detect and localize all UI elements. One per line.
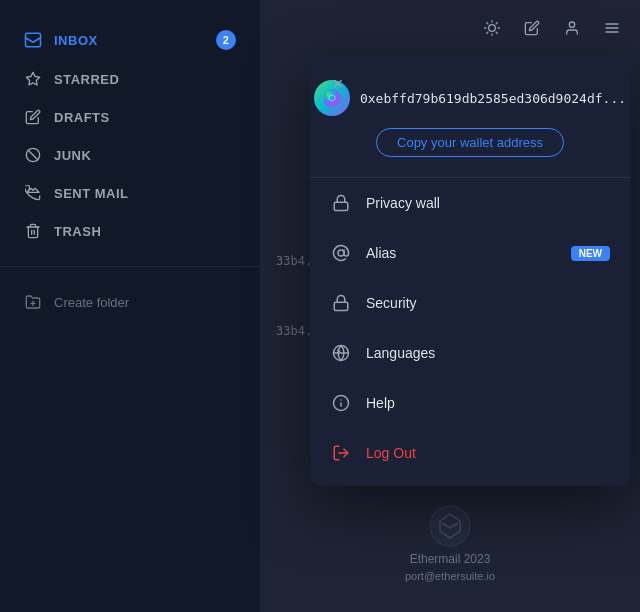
menu-item-alias[interactable]: Alias NEW xyxy=(310,228,630,278)
translate-icon xyxy=(330,342,352,364)
logout-icon xyxy=(330,442,352,464)
menu-item-logout-label: Log Out xyxy=(366,445,416,461)
close-button[interactable]: × xyxy=(326,72,350,96)
menu-item-help-label: Help xyxy=(366,395,395,411)
menu-item-help[interactable]: Help xyxy=(310,378,630,428)
lock-icon-privacy xyxy=(330,192,352,214)
at-icon xyxy=(330,242,352,264)
menu-item-privacy-label: Privacy wall xyxy=(366,195,440,211)
svg-rect-26 xyxy=(334,302,348,310)
svg-rect-24 xyxy=(334,202,348,210)
menu-item-alias-label: Alias xyxy=(366,245,396,261)
menu-item-languages[interactable]: Languages xyxy=(310,328,630,378)
wallet-section: 0xebffd79b619db2585ed306d9024df... Copy … xyxy=(310,72,630,178)
menu-item-languages-label: Languages xyxy=(366,345,435,361)
menu-item-logout[interactable]: Log Out xyxy=(310,428,630,478)
dropdown-overlay: × xyxy=(0,0,640,612)
menu-item-privacy[interactable]: Privacy wall xyxy=(310,178,630,228)
svg-point-25 xyxy=(338,250,344,256)
menu-item-security-label: Security xyxy=(366,295,417,311)
wallet-row: 0xebffd79b619db2585ed306d9024df... xyxy=(314,80,626,116)
info-icon xyxy=(330,392,352,414)
lock-icon-security xyxy=(330,292,352,314)
menu-item-security[interactable]: Security xyxy=(310,278,630,328)
dropdown-menu: × xyxy=(310,56,630,486)
new-badge: NEW xyxy=(571,246,610,261)
copy-wallet-button[interactable]: Copy your wallet address xyxy=(376,128,564,157)
wallet-address: 0xebffd79b619db2585ed306d9024df... xyxy=(360,91,626,106)
